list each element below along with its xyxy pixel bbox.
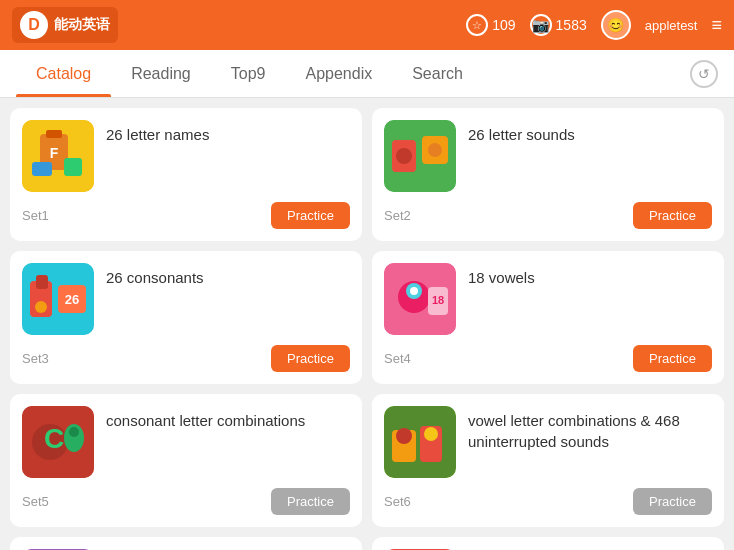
practice-btn-set4[interactable]: Practice (633, 345, 712, 372)
card-set7: Any 5 types of suffixes Set7 (10, 537, 362, 550)
card-title-set4: 18 vowels (468, 267, 535, 288)
svg-rect-4 (32, 162, 52, 176)
svg-point-9 (396, 148, 412, 164)
svg-point-27 (69, 427, 79, 437)
avatar: 😊 (601, 10, 631, 40)
card-thumb-set5: C (22, 406, 94, 478)
tab-appendix[interactable]: Appendix (285, 51, 392, 97)
star-icon: ☆ (466, 14, 488, 36)
username: appletest (645, 18, 698, 33)
practice-btn-set5[interactable]: Practice (271, 488, 350, 515)
svg-text:18: 18 (432, 294, 444, 306)
stat1-value: 109 (492, 17, 515, 33)
card-top: vowel letter combinations & 468 uninterr… (384, 406, 712, 478)
practice-btn-set6[interactable]: Practice (633, 488, 712, 515)
stat1: ☆ 109 (466, 14, 515, 36)
card-title-set1: 26 letter names (106, 124, 209, 145)
card-set1: F 26 letter names Set1 Practice (10, 108, 362, 241)
svg-text:F: F (50, 145, 59, 161)
set-label-set3: Set3 (22, 351, 49, 366)
card-title-set3: 26 consonants (106, 267, 204, 288)
card-bottom-set2: Set2 Practice (384, 202, 712, 229)
card-set6: vowel letter combinations & 468 uninterr… (372, 394, 724, 527)
content-grid: F 26 letter names Set1 Practice (0, 98, 734, 550)
card-top: C consonant letter combinations (22, 406, 350, 478)
card-bottom-set4: Set4 Practice (384, 345, 712, 372)
card-top: F 26 letter names (22, 120, 350, 192)
svg-point-14 (35, 301, 47, 313)
nav-tabs: Catalog Reading Top9 Appendix Search ↺ (0, 50, 734, 98)
stat2-value: 1583 (556, 17, 587, 33)
svg-text:C: C (44, 423, 64, 454)
practice-btn-set2[interactable]: Practice (633, 202, 712, 229)
card-set3: 26 26 consonants Set3 Practice (10, 251, 362, 384)
set-label-set2: Set2 (384, 208, 411, 223)
svg-rect-5 (64, 158, 82, 176)
svg-text:26: 26 (65, 292, 79, 307)
card-bottom-set3: Set3 Practice (22, 345, 350, 372)
card-thumb-set4: 18 (384, 263, 456, 335)
card-top: 26 letter sounds (384, 120, 712, 192)
tab-catalog[interactable]: Catalog (16, 51, 111, 97)
card-title-set6: vowel letter combinations & 468 uninterr… (468, 410, 712, 452)
card-bottom-set5: Set5 Practice (22, 488, 350, 515)
svg-point-20 (410, 287, 418, 295)
card-title-set2: 26 letter sounds (468, 124, 575, 145)
svg-point-32 (424, 427, 438, 441)
header-right: ☆ 109 📷 1583 😊 appletest ≡ (466, 10, 722, 40)
menu-icon[interactable]: ≡ (711, 15, 722, 36)
tab-reading[interactable]: Reading (111, 51, 211, 97)
app-header: D 能动英语 ☆ 109 📷 1583 😊 appletest ≡ (0, 0, 734, 50)
card-thumb-set3: 26 (22, 263, 94, 335)
logo-text: 能动英语 (54, 16, 110, 34)
card-top: 26 26 consonants (22, 263, 350, 335)
camera-icon: 📷 (530, 14, 552, 36)
logo: D 能动英语 (12, 7, 118, 43)
card-set8: and Accurately segment every word Set8 (372, 537, 724, 550)
set-label-set1: Set1 (22, 208, 49, 223)
tab-top9[interactable]: Top9 (211, 51, 286, 97)
svg-point-31 (396, 428, 412, 444)
svg-rect-2 (46, 130, 62, 138)
card-thumb-set2 (384, 120, 456, 192)
practice-btn-set3[interactable]: Practice (271, 345, 350, 372)
card-thumb-set6 (384, 406, 456, 478)
back-button[interactable]: ↺ (690, 60, 718, 88)
logo-d: D (20, 11, 48, 39)
svg-rect-13 (36, 275, 48, 289)
practice-btn-set1[interactable]: Practice (271, 202, 350, 229)
stat2: 📷 1583 (530, 14, 587, 36)
card-bottom-set6: Set6 Practice (384, 488, 712, 515)
set-label-set6: Set6 (384, 494, 411, 509)
set-label-set5: Set5 (22, 494, 49, 509)
card-bottom-set1: Set1 Practice (22, 202, 350, 229)
card-title-set5: consonant letter combinations (106, 410, 305, 431)
card-top: 18 18 vowels (384, 263, 712, 335)
card-set4: 18 18 vowels Set4 Practice (372, 251, 724, 384)
card-set2: 26 letter sounds Set2 Practice (372, 108, 724, 241)
tab-search[interactable]: Search (392, 51, 483, 97)
svg-point-10 (428, 143, 442, 157)
card-thumb-set1: F (22, 120, 94, 192)
set-label-set4: Set4 (384, 351, 411, 366)
card-set5: C consonant letter combinations Set5 Pra… (10, 394, 362, 527)
